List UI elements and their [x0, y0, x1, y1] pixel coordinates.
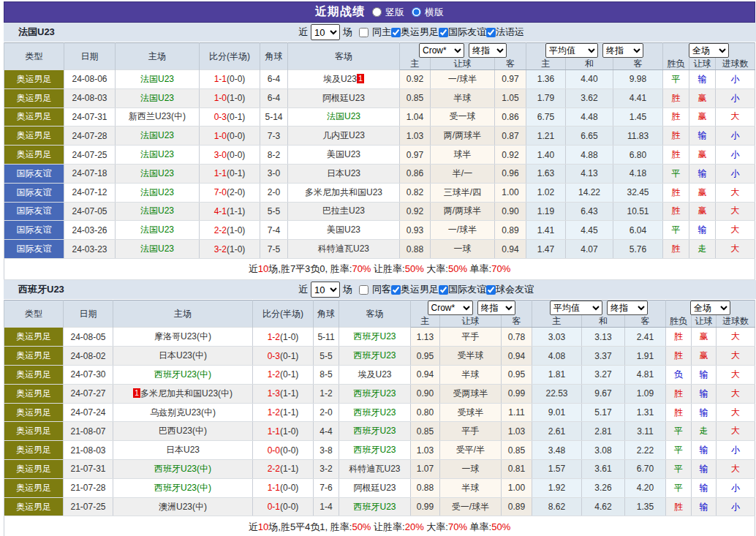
- filter-1-label[interactable]: 奥运男足: [391, 26, 439, 39]
- match-date: 24-07-18: [64, 164, 116, 183]
- fulltime-score: 0-1: [268, 502, 280, 512]
- filter-2-checkbox[interactable]: [439, 28, 448, 37]
- layout-radio-horizontal-label[interactable]: 横版: [412, 6, 444, 19]
- group-0-select-0[interactable]: Crow*: [428, 301, 473, 315]
- match-row: 奥运男足24-07-28法国U231-0(0-0)7-3几内亚U231.03两/…: [4, 127, 755, 146]
- avg-away: 3.11: [625, 422, 666, 441]
- avg-home: 1.41: [526, 221, 566, 240]
- odds-away: 0.86: [495, 107, 526, 127]
- result-goals: 大: [717, 403, 755, 422]
- layout-radio-horizontal[interactable]: [412, 7, 421, 17]
- filter-1-checkbox[interactable]: [391, 28, 401, 37]
- filter-2-label[interactable]: 国际友谊: [439, 283, 486, 296]
- home-team: 法国U23: [116, 127, 200, 146]
- filter-3-checkbox[interactable]: [486, 285, 496, 295]
- layout-radio-vertical[interactable]: [372, 7, 382, 17]
- sub-header-2-0: 胜负: [666, 315, 692, 328]
- avg-home: 2.61: [532, 422, 582, 441]
- odds-away: 0.85: [502, 441, 532, 460]
- match-row: 奥运男足21-07-25澳洲U23(中)0-1(0-0)1-4西班牙U230.9…: [4, 497, 755, 516]
- result-goals: 大: [717, 422, 755, 441]
- fulltime-score: 0-0: [268, 445, 280, 456]
- score: 0-3(0-1): [253, 347, 314, 366]
- summary-row: 近10场,胜7平3负0, 胜率:70% 让胜率:50% 大率:50% 单率:70…: [4, 258, 755, 280]
- result-goals: 大: [717, 366, 755, 385]
- avg-draw: 6.65: [566, 127, 613, 146]
- group-1-select-1[interactable]: 终指: [607, 301, 648, 315]
- result-handicap: 输: [692, 403, 717, 422]
- away-team: 埃及U23: [339, 366, 411, 385]
- match-row: 奥运男足21-07-31西班牙U23(中)2-2(1-1)3-2科特迪瓦U231…: [4, 460, 755, 479]
- match-type: 国际友谊: [4, 202, 64, 221]
- home-team-name: 摩洛哥U23(中): [154, 331, 211, 341]
- filter-0-checkbox[interactable]: [359, 285, 368, 295]
- filter-0-label[interactable]: 同客: [359, 283, 391, 296]
- sub-header-0-0: 主: [400, 58, 431, 70]
- filter-2-label[interactable]: 国际友谊: [439, 26, 486, 39]
- avg-home: 1.19: [526, 202, 566, 221]
- avg-home: 1.47: [526, 240, 566, 259]
- group-2-select-0[interactable]: 全场: [689, 43, 729, 58]
- avg-away: 4.81: [625, 366, 666, 385]
- avg-draw: 5.17: [582, 403, 625, 422]
- topbar: 近期战绩 竖版 横版: [4, 1, 755, 23]
- home-team: 法国U23: [116, 240, 200, 259]
- odds-away: 0.92: [495, 146, 526, 165]
- filter-1-label[interactable]: 奥运男足: [391, 283, 439, 296]
- filter-3-label[interactable]: 球会友谊: [486, 283, 534, 296]
- result-goals: 大: [717, 347, 755, 366]
- group-1-select-1[interactable]: 终指: [602, 43, 643, 58]
- fulltime-score: 7-0: [214, 187, 227, 197]
- away-team: 阿根廷U23: [339, 478, 411, 497]
- away-team: 科特迪瓦U23: [339, 460, 411, 479]
- home-team: 日本U23(中): [113, 347, 253, 366]
- home-team: 巴西U23(中): [113, 422, 253, 441]
- away-team: 巴拉圭U23: [288, 202, 400, 221]
- filter-0-checkbox[interactable]: [359, 28, 368, 37]
- corners: 2-0: [260, 183, 288, 202]
- match-count-select[interactable]: 10: [311, 24, 340, 40]
- match-type: 奥运男足: [4, 403, 64, 422]
- avg-draw: 9.67: [582, 384, 625, 403]
- filter-0-label[interactable]: 同主: [359, 26, 391, 39]
- filter-3-checkbox[interactable]: [486, 28, 496, 37]
- odds-handicap: 一球: [440, 460, 502, 479]
- summary-part: 单率:: [467, 521, 491, 532]
- result-handicap: 赢: [692, 347, 717, 366]
- group-0-select-1[interactable]: 终指: [477, 301, 515, 315]
- match-row: 国际友谊24-03-23法国U233-2(1-0)7-5科特迪瓦U230.88一…: [4, 240, 755, 259]
- odds-home: 1.03: [400, 127, 431, 146]
- result-outcome: 胜: [663, 107, 689, 127]
- match-date: 21-07-31: [64, 460, 113, 479]
- match-date: 21-07-25: [64, 497, 113, 516]
- halftime-score: (0-0): [227, 74, 245, 84]
- match-row: 国际友谊24-03-26法国U232-2(1-0)7-4美国U230.93一/球…: [4, 221, 755, 240]
- group-0-select-0[interactable]: Crow*: [419, 43, 464, 58]
- group-0-select-1[interactable]: 终指: [469, 43, 507, 58]
- group-1-select-0[interactable]: 平均值: [550, 301, 602, 315]
- away-team-name: 西班牙U23: [353, 407, 396, 418]
- sub-header-1-0: 主: [526, 58, 566, 70]
- summary-part: 10: [258, 521, 268, 532]
- result-outcome: 胜: [663, 202, 689, 221]
- fulltime-score: 2-2: [214, 225, 227, 235]
- group-2-select-0[interactable]: 全场: [690, 301, 730, 315]
- sub-header-2-2: 进球数: [716, 58, 755, 70]
- avg-draw: 4.07: [566, 240, 613, 259]
- match-row: 国际友谊24-07-12法国U237-0(2-0)2-0多米尼加共和国U230.…: [4, 183, 755, 202]
- odds-handicap: 受一/球半: [440, 497, 502, 516]
- result-goals: 大: [716, 202, 755, 221]
- filter-1-checkbox[interactable]: [391, 285, 401, 295]
- group-1-select-0[interactable]: 平均值: [545, 43, 598, 58]
- avg-home: 6.75: [526, 107, 566, 127]
- filter-3-label[interactable]: 法语运: [486, 26, 524, 39]
- filter-2-checkbox[interactable]: [439, 285, 448, 295]
- halftime-score: (1-1): [280, 464, 298, 474]
- match-type: 国际友谊: [4, 221, 64, 240]
- match-date: 24-08-03: [64, 88, 116, 107]
- fulltime-score: 1-3: [268, 388, 280, 399]
- layout-radio-vertical-label[interactable]: 竖版: [372, 6, 404, 19]
- summary-part: 大率:: [424, 263, 448, 274]
- match-count-select[interactable]: 10: [311, 282, 340, 298]
- odds-handicap: 一/球半: [431, 221, 495, 240]
